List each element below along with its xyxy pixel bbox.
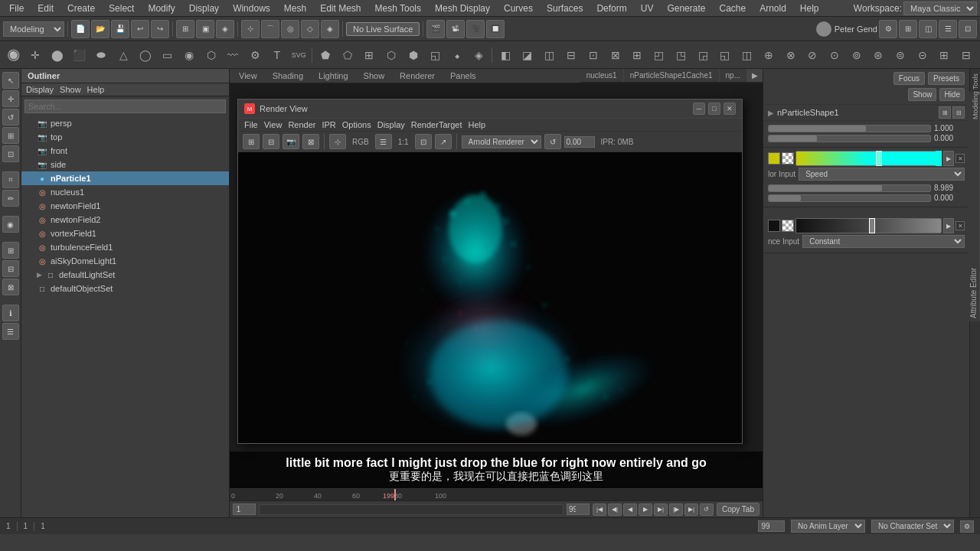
render-canvas[interactable]	[238, 152, 742, 443]
outliner-item-turbulence[interactable]: ◎ turbulenceField1	[21, 240, 229, 254]
menu-edit-mesh[interactable]: Edit Mesh	[314, 2, 367, 15]
move-tool[interactable]: ✛	[25, 44, 47, 66]
play-btn[interactable]: ▶	[639, 504, 652, 516]
snap-surface-btn[interactable]: ◇	[301, 20, 319, 38]
tab-nucleus1[interactable]: nucleus1	[580, 69, 624, 82]
menu-modify[interactable]: Modify	[142, 2, 181, 15]
tool15-btn[interactable]: ⊘	[802, 44, 824, 66]
render-btn1[interactable]: ⊞	[243, 134, 260, 149]
checker-swatch[interactable]	[782, 152, 794, 165]
snap-curve-btn[interactable]: ⌒	[261, 20, 279, 38]
expand-attr-btn[interactable]: ⊞	[939, 106, 951, 119]
menu-uv[interactable]: UV	[635, 2, 660, 15]
render-fit-btn[interactable]: ⊡	[415, 134, 432, 149]
tab-nparticleshape[interactable]: nParticleShape1Cache1	[624, 69, 720, 82]
menu-display[interactable]: Display	[183, 2, 225, 15]
snap-grid-btn[interactable]: ⊹	[241, 20, 260, 38]
menu-windows[interactable]: Windows	[227, 2, 276, 15]
menu-mesh-tools[interactable]: Mesh Tools	[369, 2, 427, 15]
render-menu-display[interactable]: Display	[377, 120, 405, 129]
cylinder-btn[interactable]: ⬬	[91, 44, 113, 66]
goto-end-btn[interactable]: ▶|	[684, 504, 698, 516]
render-menu-file[interactable]: File	[244, 120, 258, 129]
tool10-btn[interactable]: ◲	[692, 44, 714, 66]
menu-surfaces[interactable]: Surfaces	[541, 2, 589, 15]
left-list-btn[interactable]: ☰	[2, 323, 19, 340]
tool13-btn[interactable]: ⊕	[758, 44, 779, 66]
left-grid1-btn[interactable]: ⊞	[2, 242, 19, 259]
deform5-btn[interactable]: ⬢	[403, 44, 424, 66]
gradient-ramp2[interactable]	[795, 218, 942, 233]
save-file-btn[interactable]: 💾	[111, 20, 129, 38]
outliner-item-side[interactable]: 📷 side	[21, 158, 229, 171]
settings3-btn[interactable]: ◫	[919, 20, 937, 38]
show-attr-btn[interactable]: Show	[908, 88, 936, 101]
menu-edit[interactable]: Edit	[31, 2, 60, 15]
shading-btn[interactable]: Shading	[268, 70, 308, 81]
tab-overflow-btn[interactable]: ▶	[747, 69, 763, 82]
render-frame-input[interactable]	[564, 136, 595, 148]
outliner-show-menu[interactable]: Show	[60, 85, 81, 94]
tool2-btn[interactable]: ◪	[517, 44, 538, 66]
svg-btn[interactable]: SVG	[289, 44, 310, 66]
deform3-btn[interactable]: ⊞	[358, 44, 380, 66]
render-snap-btn[interactable]: ⊹	[329, 134, 346, 149]
render-menu-help[interactable]: Help	[468, 120, 485, 129]
left-manip-btn[interactable]: ⊡	[2, 145, 19, 162]
deform8-btn[interactable]: ◈	[469, 44, 490, 66]
tool11-btn[interactable]: ◱	[714, 44, 736, 66]
prev-key-btn[interactable]: ◀|	[608, 504, 622, 516]
sphere-btn[interactable]: ⬤	[47, 44, 68, 66]
tool20-btn[interactable]: ⊝	[912, 44, 933, 66]
render-menu-render[interactable]: Render	[288, 120, 315, 129]
copy-tab-btn[interactable]: Copy Tab	[717, 503, 760, 516]
left-snap-btn[interactable]: ◉	[2, 216, 19, 233]
char-set-select[interactable]: No Character Set	[871, 520, 954, 533]
left-lasso-btn[interactable]: ⌗	[2, 171, 19, 188]
left-select-btn[interactable]: ↖	[2, 72, 19, 89]
hide-attr-btn[interactable]: Hide	[939, 88, 965, 101]
color-swatch-dark[interactable]	[768, 220, 780, 232]
color-input-select[interactable]: Speed	[799, 168, 965, 181]
menu-deform[interactable]: Deform	[590, 2, 632, 15]
tool21-btn[interactable]: ⊞	[934, 44, 956, 66]
select-tool[interactable]: 🔘	[3, 44, 24, 66]
menu-help[interactable]: Help	[794, 2, 825, 15]
select-all-btn[interactable]: ⊞	[176, 20, 194, 38]
collapse-attr-btn[interactable]: ⊟	[952, 106, 965, 119]
timeline-scroll[interactable]	[259, 504, 564, 515]
left-paint-btn[interactable]: ✏	[2, 190, 19, 207]
gradient-handle-mid2[interactable]	[869, 218, 875, 233]
minimize-btn[interactable]: ─	[693, 103, 705, 115]
mode-select[interactable]: Modeling	[3, 21, 64, 37]
menu-mesh[interactable]: Mesh	[278, 2, 312, 15]
panels-btn[interactable]: Panels	[446, 70, 481, 81]
focus-btn[interactable]: Focus	[893, 72, 925, 85]
settings2-btn[interactable]: ⊞	[899, 20, 917, 38]
redo-btn[interactable]: ↪	[151, 20, 169, 38]
cam4-btn[interactable]: 🔲	[486, 20, 505, 38]
helix-btn[interactable]: 〰	[223, 44, 244, 66]
outliner-item-nparticle1[interactable]: ● nParticle1	[21, 171, 229, 185]
slider-3[interactable]	[768, 184, 931, 192]
text-btn[interactable]: T	[266, 44, 288, 66]
lighting-btn[interactable]: Lighting	[314, 70, 353, 81]
settings4-btn[interactable]: ☰	[939, 20, 957, 38]
render-grid-btn[interactable]: ⊠	[302, 134, 319, 149]
render-btn2[interactable]: ⊟	[263, 134, 279, 149]
checker-swatch2[interactable]	[782, 220, 794, 232]
pipe-btn[interactable]: ⬡	[201, 44, 222, 66]
left-scale-btn[interactable]: ⊞	[2, 127, 19, 144]
presets-btn[interactable]: Presets	[928, 72, 965, 85]
renderer-select[interactable]: Arnold Renderer	[462, 135, 541, 148]
menu-curves[interactable]: Curves	[498, 2, 539, 15]
next-key-btn[interactable]: |▶	[669, 504, 683, 516]
ramp-delete-btn[interactable]: ✕	[956, 154, 965, 163]
undo-btn[interactable]: ↩	[131, 20, 149, 38]
menu-arnold[interactable]: Arnold	[753, 2, 792, 15]
outliner-item-defaultobjectset[interactable]: □ defaultObjectSet	[21, 282, 229, 295]
status-settings-btn[interactable]: ⚙	[960, 520, 974, 533]
outliner-item-newton2[interactable]: ◎ newtonField2	[21, 213, 229, 227]
color-swatch-yellow[interactable]	[768, 152, 780, 165]
prev-frame-btn[interactable]: ◀	[623, 504, 637, 516]
